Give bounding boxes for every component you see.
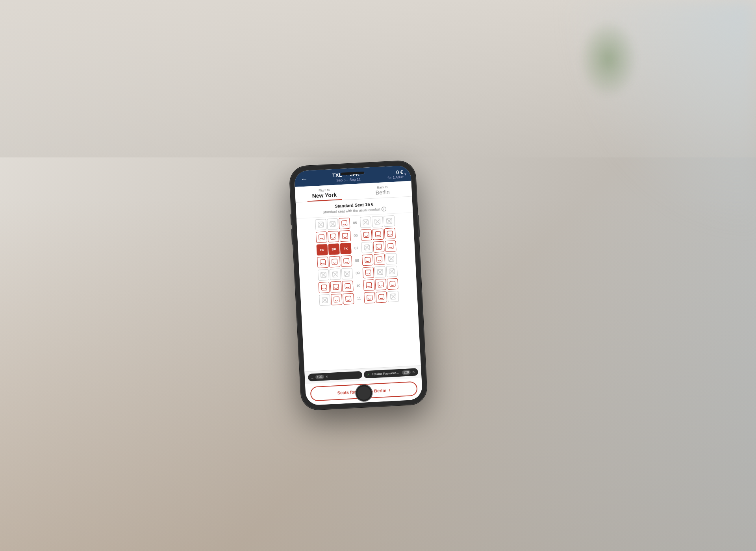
seat-07A-selected[interactable]: ED (316, 244, 328, 255)
back-button[interactable]: ← (299, 174, 309, 184)
svg-rect-26 (388, 243, 393, 249)
svg-rect-29 (344, 258, 349, 264)
svg-rect-44 (365, 270, 371, 276)
svg-rect-63 (379, 294, 384, 300)
tab-berlin[interactable]: Back to Berlin (353, 181, 412, 200)
phone-vol-up-button (290, 214, 292, 225)
seat-05B[interactable] (327, 218, 338, 229)
seat-11D[interactable] (364, 292, 375, 303)
seat-10E[interactable] (375, 279, 386, 290)
svg-rect-19 (363, 232, 369, 238)
svg-rect-60 (334, 297, 339, 302)
svg-rect-61 (346, 296, 351, 301)
row09-left (318, 268, 353, 281)
row05-left (315, 218, 350, 231)
seat-10F[interactable] (387, 278, 398, 290)
seat-08C[interactable] (341, 255, 352, 267)
row05-right (360, 215, 395, 228)
svg-rect-17 (330, 234, 336, 239)
seat-05F[interactable] (384, 215, 395, 227)
seat-09A[interactable] (318, 269, 329, 281)
seat-05C[interactable] (339, 218, 350, 229)
row10-right (363, 278, 398, 291)
tab-new-york[interactable]: Flight to New York (295, 184, 354, 202)
seat-10D[interactable] (363, 279, 374, 291)
check-icon: ✓ (367, 372, 371, 376)
seat-10C[interactable] (342, 281, 353, 292)
seat-09F[interactable] (386, 266, 398, 277)
dropdown-icon[interactable]: ▾ (404, 172, 406, 176)
seat-11B[interactable] (331, 294, 342, 305)
seat-06D[interactable] (361, 229, 372, 240)
row07-left: ED BR FK (316, 243, 351, 256)
header-center: TXL → JFK ✏ Sep 8 – Sep 11 (309, 170, 388, 184)
chevron-right-icon: › (389, 387, 391, 393)
svg-rect-55 (378, 282, 384, 287)
seat-11A[interactable] (319, 294, 330, 306)
seat-06A[interactable] (316, 231, 327, 243)
seat-05E[interactable] (372, 216, 383, 227)
passenger-1-name: ... (311, 375, 314, 379)
row-number-05: 05 (350, 221, 359, 225)
seat-07C-selected[interactable]: FK (340, 243, 351, 254)
row11-left (319, 293, 354, 306)
svg-rect-53 (345, 283, 350, 289)
info-icon[interactable]: i (381, 207, 386, 212)
svg-rect-20 (375, 231, 381, 237)
row09-right (363, 266, 398, 279)
seat-07F[interactable] (385, 240, 396, 252)
svg-rect-21 (387, 231, 393, 237)
row10-left (318, 281, 353, 294)
row-number-08: 08 (352, 259, 361, 263)
seat-11C[interactable] (343, 293, 354, 305)
phone-wrapper: ← TXL → JFK ✏ Sep 8 – Sep 11 0 € for 1 A… (289, 160, 428, 410)
seat-07D[interactable] (361, 242, 372, 253)
seat-06B[interactable] (328, 231, 339, 242)
seat-05D[interactable] (360, 216, 371, 228)
seat-10B[interactable] (330, 281, 341, 292)
passenger-tag-2[interactable]: ✓ Felixius Kasisklore... 12B ✕ (363, 368, 418, 378)
seat-09D[interactable] (363, 267, 374, 278)
row-number-09: 09 (353, 271, 362, 275)
svg-rect-25 (376, 244, 382, 250)
seat-06C[interactable] (339, 230, 351, 242)
seat-08D[interactable] (362, 254, 373, 266)
svg-rect-51 (321, 285, 327, 290)
svg-rect-16 (319, 235, 324, 240)
passenger-2-name: Felixius Kasisklore... (372, 371, 400, 376)
seat-07E[interactable] (373, 241, 384, 252)
price-amount: 0 € (387, 169, 403, 176)
svg-rect-52 (333, 284, 339, 290)
row-number-06: 06 (351, 233, 360, 238)
passenger-tag-1[interactable]: ... 12B ✕ (308, 371, 363, 381)
seat-10A[interactable] (318, 282, 330, 293)
seat-08E[interactable] (374, 253, 385, 265)
seat-08F[interactable] (385, 253, 397, 264)
seat-09B[interactable] (330, 268, 341, 280)
bg-plant (579, 20, 638, 98)
svg-rect-62 (367, 295, 372, 300)
seat-11E[interactable] (376, 291, 387, 303)
svg-rect-54 (366, 282, 372, 288)
seat-07B-selected[interactable]: BR (328, 243, 339, 255)
svg-rect-28 (332, 259, 337, 264)
seat-08A[interactable] (317, 257, 328, 268)
seat-map: 05 (296, 213, 421, 371)
seat-11F[interactable] (387, 291, 399, 302)
seat-09E[interactable] (374, 266, 386, 277)
passenger-1-close[interactable]: ✕ (326, 375, 328, 378)
seat-09C[interactable] (341, 268, 353, 279)
price-desc: for 1 Adult (387, 175, 404, 179)
row-number-07: 07 (352, 246, 361, 250)
svg-rect-6 (342, 221, 347, 226)
passenger-2-seat: 12B (402, 370, 411, 375)
passenger-2-close[interactable]: ✕ (412, 370, 415, 374)
seat-06E[interactable] (372, 228, 384, 240)
svg-rect-18 (342, 233, 348, 239)
seat-05A[interactable] (315, 219, 326, 230)
header-price: 0 € for 1 Adult (387, 169, 404, 179)
seat-06F[interactable] (384, 228, 396, 239)
seat-08B[interactable] (329, 256, 340, 267)
svg-rect-30 (365, 257, 371, 263)
phone-device: ← TXL → JFK ✏ Sep 8 – Sep 11 0 € for 1 A… (289, 160, 428, 410)
